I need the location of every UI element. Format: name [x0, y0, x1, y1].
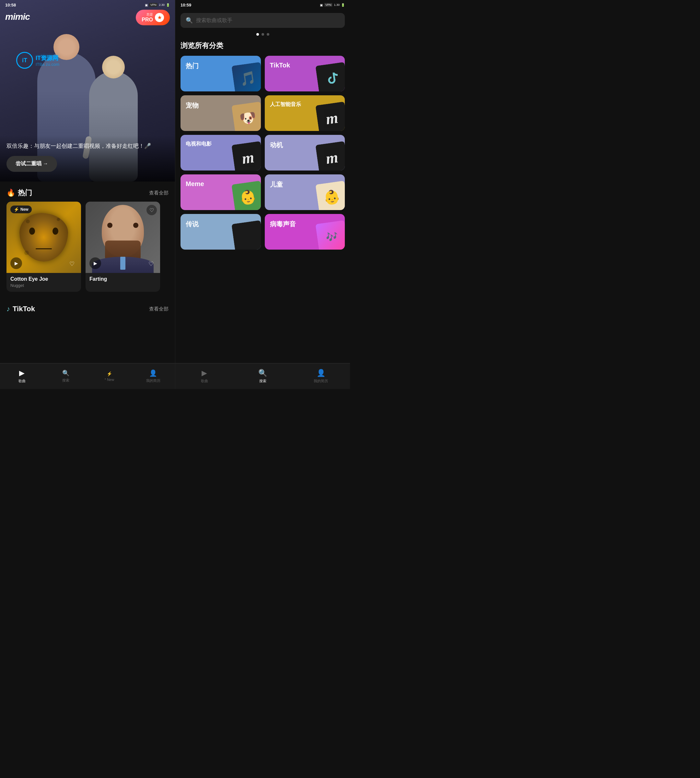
- left-panel: 10:58 ▣ VPN 2.30 🔋: [0, 0, 175, 389]
- right-bottom-nav: ▶ 歌曲 🔍 搜索 👤 我的简历: [175, 363, 350, 389]
- right-songs-icon: ▶: [202, 369, 207, 377]
- new-badge: ⚡ New: [10, 205, 32, 213]
- new-badge-text: New: [20, 207, 28, 212]
- heart-button-cotton[interactable]: ♡: [67, 259, 77, 269]
- tiktok-see-all[interactable]: 查看全部: [149, 306, 168, 312]
- mimic-logo-motivation: m: [325, 148, 339, 167]
- dot-3[interactable]: [267, 33, 269, 36]
- search-bar[interactable]: 🔍 搜索歌曲或歌手: [180, 13, 345, 28]
- category-legend-thumb: [232, 220, 261, 250]
- category-tiktok[interactable]: TikTok: [265, 56, 345, 92]
- dot-1[interactable]: [256, 33, 259, 36]
- search-magnify-icon: 🔍: [186, 17, 193, 24]
- right-status-time: 10:59: [180, 3, 191, 7]
- right-nav-search[interactable]: 🔍 搜索: [234, 363, 292, 389]
- category-kids[interactable]: 儿童 👶: [265, 174, 345, 210]
- right-network-speed: 1.30: [334, 3, 340, 7]
- watermark-text-block: IT资源网 ITBa zu.com: [36, 54, 59, 67]
- watermark: iT IT资源网 ITBa zu.com: [16, 52, 59, 69]
- profile-icon: 👤: [149, 369, 157, 377]
- song-info-farting: Farting: [85, 273, 160, 287]
- category-ai[interactable]: 人工智能音乐 m: [265, 95, 345, 131]
- category-tv-thumb: m: [232, 141, 261, 170]
- song-card-cotton-eye-joe[interactable]: ⚡ New ▶ ♡ Cotton Eye Joe Nugget: [7, 202, 81, 292]
- nav-songs[interactable]: ▶ 歌曲: [0, 363, 44, 389]
- category-hot-thumb: 🎵: [232, 62, 261, 92]
- category-hot-label: 热门: [186, 62, 199, 70]
- category-meme-label: Meme: [186, 180, 204, 188]
- pro-badge-line1: 您是: [147, 12, 153, 17]
- play-button-farting[interactable]: ▶: [90, 257, 101, 269]
- tiktok-section-label: TikTok: [13, 305, 35, 313]
- mimic-logo-tv: m: [240, 148, 255, 167]
- right-search-icon: 🔍: [258, 369, 267, 377]
- category-kids-thumb: 👶: [315, 180, 345, 210]
- network-speed: 2.30: [159, 3, 165, 7]
- category-meme-thumb: 👶: [232, 180, 261, 210]
- pet-thumb-icon: 🐶: [238, 109, 257, 127]
- category-motivation[interactable]: 动机 m: [265, 135, 345, 170]
- category-legend[interactable]: 传说: [180, 214, 261, 250]
- hero-content: 双倍乐趣：与朋友一起创建二重唱视频，准备好走红吧！🎤 尝试二重唱 →: [0, 135, 175, 182]
- category-motivation-label: 动机: [270, 141, 283, 149]
- category-viral[interactable]: 病毒声音 🎶: [265, 214, 345, 250]
- category-ai-label: 人工智能音乐: [270, 101, 301, 108]
- song-name-farting: Farting: [90, 276, 156, 282]
- pro-badge-line2: PRO: [142, 17, 153, 23]
- song-thumbnail-cotton-eye-joe: ⚡ New ▶ ♡: [7, 202, 81, 273]
- hot-thumb-icon: 🎵: [238, 70, 257, 87]
- nav-search[interactable]: 🔍 搜索: [44, 363, 88, 389]
- left-bottom-nav: ▶ 歌曲 🔍 搜索 ⚡ * New 👤 我的简历: [0, 363, 175, 389]
- hot-section-title: 🔥 热门: [7, 188, 32, 198]
- heart-button-farting-top[interactable]: ♡: [147, 205, 157, 215]
- nav-profile[interactable]: 👤 我的简历: [131, 363, 175, 389]
- hero-description: 双倍乐趣：与朋友一起创建二重唱视频，准备好走红吧！🎤: [7, 142, 168, 150]
- right-nav-profile[interactable]: 👤 我的简历: [292, 363, 350, 389]
- tiktok-section: ♪ TikTok 查看全部: [0, 298, 175, 317]
- kids-thumb-icon: 👶: [322, 188, 341, 206]
- category-tiktok-thumb: [315, 62, 345, 92]
- right-vpn-icon: VPN: [324, 3, 333, 7]
- right-songs-label: 歌曲: [201, 379, 208, 384]
- lightning-icon: ⚡: [13, 207, 19, 212]
- right-battery-icon: 🔋: [341, 3, 345, 7]
- hot-section-header: 🔥 热门 查看全部: [0, 182, 175, 202]
- vpn-icon: VPN: [149, 3, 158, 7]
- duet-cta-button[interactable]: 尝试二重唱 →: [7, 156, 57, 172]
- play-button-cotton[interactable]: ▶: [10, 257, 22, 269]
- tiktok-logo-svg: [323, 69, 341, 87]
- category-kids-label: 儿童: [270, 180, 283, 189]
- song-thumbnail-farting: ♡ ▶ ♡: [85, 202, 160, 273]
- category-tv[interactable]: 电视和电影 m: [180, 135, 261, 170]
- watermark-circle-text: iT: [22, 57, 27, 64]
- dot-2[interactable]: [262, 33, 264, 36]
- watermark-name: IT资源网: [36, 55, 58, 61]
- star-icon: ★: [158, 15, 162, 20]
- category-meme[interactable]: Meme 👶: [180, 174, 261, 210]
- search-label: 搜索: [62, 378, 69, 383]
- tiktok-section-header: ♪ TikTok 查看全部: [0, 298, 175, 317]
- category-pet-label: 宠物: [186, 101, 199, 110]
- profile-label: 我的简历: [146, 378, 160, 383]
- left-status-bar: 10:58 ▣ VPN 2.30 🔋: [0, 0, 175, 10]
- right-nav-songs[interactable]: ▶ 歌曲: [175, 363, 234, 389]
- hot-see-all[interactable]: 查看全部: [149, 190, 168, 196]
- carousel-dots: [175, 32, 350, 41]
- viral-thumb-icon: 🎶: [325, 230, 339, 243]
- heart-button-farting[interactable]: ♡: [146, 259, 156, 269]
- new-label: * New: [105, 378, 114, 382]
- songs-row: ⚡ New ▶ ♡ Cotton Eye Joe Nugget: [0, 202, 175, 292]
- search-placeholder-text: 搜索歌曲或歌手: [196, 17, 232, 24]
- category-hot[interactable]: 热门 🎵: [180, 56, 261, 92]
- categories-grid: 热门 🎵 TikTok: [180, 56, 345, 256]
- app-logo: mimic: [5, 12, 30, 22]
- category-viral-label: 病毒声音: [270, 220, 296, 229]
- right-search-label: 搜索: [259, 379, 267, 384]
- pro-badge[interactable]: 您是 PRO ★: [136, 10, 170, 25]
- nav-new[interactable]: ⚡ * New: [88, 363, 131, 389]
- battery-icon: 🔋: [166, 3, 170, 7]
- signal-icon: ▣: [145, 3, 148, 7]
- category-pet[interactable]: 宠物 🐶: [180, 95, 261, 131]
- song-card-farting[interactable]: ♡ ▶ ♡ Farting: [85, 202, 160, 292]
- category-viral-thumb: 🎶: [315, 220, 345, 250]
